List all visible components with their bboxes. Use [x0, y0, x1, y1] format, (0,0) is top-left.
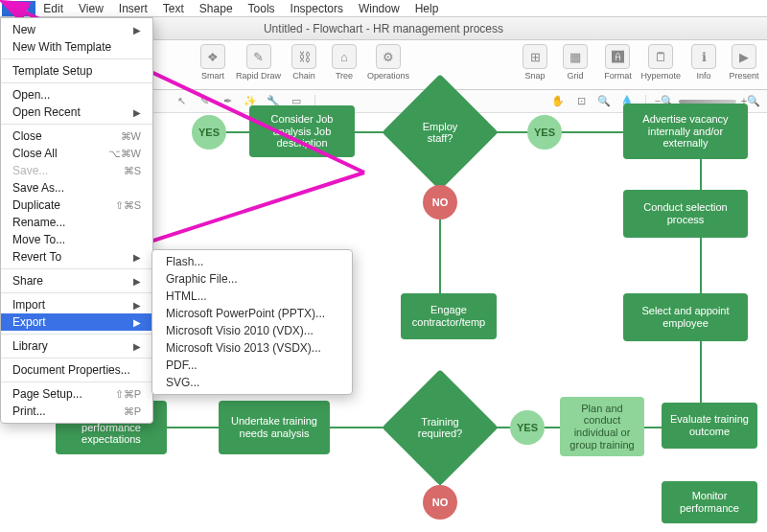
snap-icon: ⊞ [523, 44, 547, 69]
node-selection[interactable]: Conduct selection process [623, 190, 748, 238]
export-submenu: Flash...Graphic File...HTML...Microsoft … [151, 249, 353, 395]
file-menu-rename-[interactable]: Rename... [1, 214, 152, 231]
file-menu-import[interactable]: Import▶ [1, 296, 152, 313]
export-flash-[interactable]: Flash... [152, 253, 352, 270]
node-evaluate[interactable]: Evaluate training outcome [662, 403, 757, 449]
decision-training[interactable]: Training required? [399, 386, 481, 469]
node-advertise[interactable]: Advertise vacancy internally and/or exte… [623, 104, 748, 159]
zoom-fit-icon[interactable]: ⊡ [572, 94, 590, 109]
node-appoint[interactable]: Select and appoint employee [623, 293, 748, 341]
file-menu-save-as-[interactable]: Save As... [1, 179, 152, 197]
decision-result-yes: YES [510, 410, 545, 445]
file-menu-page-setup-[interactable]: Page Setup...⇧⌘P [1, 385, 152, 403]
file-menu-close-all[interactable]: Close All⌥⌘W [1, 145, 152, 162]
menubar-item-help[interactable]: Help [407, 1, 447, 16]
file-menu-export[interactable]: Export▶ [1, 313, 152, 331]
export-graphic-file-[interactable]: Graphic File... [152, 270, 352, 288]
file-menu-revert-to[interactable]: Revert To▶ [1, 248, 152, 266]
export-html-[interactable]: HTML... [152, 288, 352, 305]
toolbar-grid[interactable]: ▦Grid [558, 44, 593, 81]
decision-result-yes: YES [192, 115, 226, 150]
file-menu-new-with-template[interactable]: New With Template [1, 38, 152, 56]
menubar-item-insert[interactable]: Insert [111, 1, 155, 16]
node-plan[interactable]: Plan and conduct individual or group tra… [560, 397, 644, 456]
toolbar-operations[interactable]: ⚙Operations [367, 44, 409, 81]
zoom-in-icon[interactable]: 🔍 [595, 94, 613, 109]
window-title: Untitled - Flowchart - HR management pro… [264, 22, 503, 35]
node-monitor[interactable]: Monitor performance [662, 481, 757, 523]
smart-icon: ❖ [200, 44, 225, 69]
menubar: FileEditViewInsertTextShapeToolsInspecto… [0, 0, 767, 17]
menubar-item-edit[interactable]: Edit [35, 1, 71, 16]
file-menu-new[interactable]: New▶ [1, 21, 152, 38]
chevron-right-icon: ▶ [133, 107, 141, 118]
menubar-item-window[interactable]: Window [351, 1, 407, 16]
decision-employ[interactable]: Employ staff? [399, 91, 481, 173]
toolbar-group-left: ❖Smart✎Rapid Draw⛓Chain⌂Tree⚙Operations [196, 44, 409, 81]
export-svg-[interactable]: SVG... [152, 374, 352, 391]
menubar-item-text[interactable]: Text [155, 1, 192, 16]
hypernote-icon: 🗒 [648, 44, 673, 69]
export-microsoft-visio-2010-vdx-[interactable]: Microsoft Visio 2010 (VDX)... [152, 322, 352, 339]
tree-icon: ⌂ [332, 44, 357, 69]
file-menu-document-properties-[interactable]: Document Properties... [1, 361, 152, 379]
file-menu-template-setup[interactable]: Template Setup [1, 62, 152, 80]
menubar-item-file[interactable]: File [2, 1, 35, 16]
format-icon: 🅰 [605, 44, 630, 69]
node-undertake[interactable]: Undertake training needs analysis [219, 401, 330, 454]
toolbar-group-right: 🅰Format🗒HypernoteℹInfo▶Present [600, 44, 761, 81]
decision-result-no: NO [423, 485, 457, 520]
pen-icon[interactable]: ✒ [219, 94, 236, 109]
toolbar-group-mid: ⊞Snap▦Grid [518, 44, 593, 81]
decision-result-no: NO [423, 185, 457, 220]
chevron-right-icon: ▶ [133, 300, 141, 311]
toolbar-snap[interactable]: ⊞Snap [518, 44, 552, 81]
zoom-slider[interactable] [679, 100, 736, 104]
file-menu-duplicate[interactable]: Duplicate⇧⌘S [1, 197, 152, 214]
cursor-icon[interactable]: ↖ [173, 94, 190, 109]
file-menu-save-: Save...⌘S [1, 162, 152, 179]
export-microsoft-powerpoint-pptx-[interactable]: Microsoft PowerPoint (PPTX)... [152, 305, 352, 322]
export-pdf-[interactable]: PDF... [152, 357, 352, 374]
node-consider[interactable]: Consider Job analysis Job description [249, 105, 355, 157]
toolbar-rapid-draw[interactable]: ✎Rapid Draw [236, 44, 281, 81]
file-menu: New▶New With TemplateTemplate SetupOpen.… [0, 17, 153, 424]
pencil-icon[interactable]: ✎ [196, 94, 213, 109]
chain-icon: ⛓ [291, 44, 316, 69]
file-menu-print-[interactable]: Print...⌘P [1, 403, 152, 420]
file-menu-share[interactable]: Share▶ [1, 272, 152, 289]
file-menu-close[interactable]: Close⌘W [1, 127, 152, 145]
toolbar-chain[interactable]: ⛓Chain [287, 44, 321, 81]
toolbar-format[interactable]: 🅰Format [600, 44, 635, 81]
info-icon: ℹ [691, 44, 716, 69]
toolbar-present[interactable]: ▶Present [727, 44, 761, 81]
grid-icon: ▦ [563, 44, 588, 69]
chevron-right-icon: ▶ [133, 317, 141, 328]
export-microsoft-visio-2013-vsdx-[interactable]: Microsoft Visio 2013 (VSDX)... [152, 339, 352, 357]
file-menu-library[interactable]: Library▶ [1, 337, 152, 355]
file-menu-open-[interactable]: Open... [1, 86, 152, 104]
menubar-item-view[interactable]: View [71, 1, 111, 16]
operations-icon: ⚙ [376, 44, 401, 69]
toolbar-smart[interactable]: ❖Smart [196, 44, 230, 81]
toolbar-tree[interactable]: ⌂Tree [327, 44, 361, 81]
menubar-item-shape[interactable]: Shape [192, 1, 241, 16]
file-menu-open-recent[interactable]: Open Recent▶ [1, 104, 152, 121]
menubar-item-inspectors[interactable]: Inspectors [283, 1, 351, 16]
chevron-right-icon: ▶ [133, 25, 141, 35]
chevron-right-icon: ▶ [133, 276, 141, 287]
file-menu-move-to-[interactable]: Move To... [1, 231, 152, 248]
present-icon: ▶ [732, 44, 756, 69]
node-engage[interactable]: Engage contractor/temp [401, 293, 497, 339]
toolbar-info[interactable]: ℹInfo [686, 44, 721, 81]
hand-icon[interactable]: ✋ [549, 94, 567, 109]
menubar-item-tools[interactable]: Tools [241, 1, 283, 16]
chevron-right-icon: ▶ [133, 252, 141, 263]
chevron-right-icon: ▶ [133, 341, 141, 352]
toolbar-hypernote[interactable]: 🗒Hypernote [640, 44, 681, 81]
rapid draw-icon: ✎ [246, 44, 271, 69]
decision-result-yes: YES [527, 115, 562, 150]
